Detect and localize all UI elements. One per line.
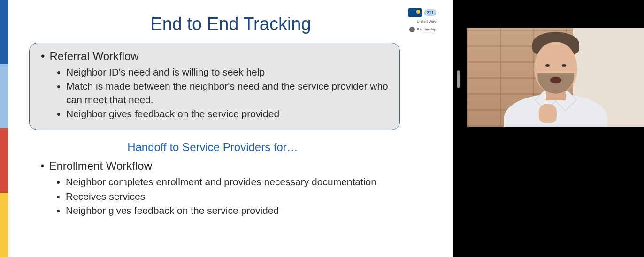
enrollment-bullets: Neighbor completes enrollment and provid… [66, 175, 400, 217]
slide-title: End to End Tracking [27, 14, 434, 34]
shared-slide: 211 United Way Partnership End to End Tr… [0, 0, 453, 257]
scroll-handle[interactable] [457, 70, 460, 88]
list-item: Neighbor completes enrollment and provid… [66, 175, 400, 189]
unitedway-logo-icon [408, 8, 422, 17]
badge-211: 211 [424, 9, 436, 16]
referral-workflow-box: Referral Workflow Neighbor ID's need and… [29, 43, 400, 130]
list-item: Neighbor gives feedback on the service p… [66, 107, 388, 121]
participant-panel [453, 0, 644, 257]
handoff-text: Handoff to Service Providers for… [27, 141, 398, 154]
enrollment-heading: Enrollment Workflow [40, 159, 400, 173]
presenter-figure [504, 47, 607, 127]
enrollment-workflow-section: Enrollment Workflow Neighbor completes e… [29, 159, 400, 217]
list-item: Neighbor ID's need and is willing to see… [66, 66, 388, 79]
referral-heading: Referral Workflow [41, 50, 388, 63]
list-item: Match is made between the neighbor's nee… [66, 80, 388, 106]
partnership-logo-icon [409, 27, 415, 32]
presenter-webcam[interactable] [467, 28, 644, 127]
referral-bullets: Neighbor ID's need and is willing to see… [66, 66, 388, 121]
list-item: Receives services [66, 190, 400, 203]
slide-accent-bar [0, 0, 8, 257]
list-item: Neighbor gives feedback on the service p… [66, 204, 400, 217]
logo-subtext-1: United Way [417, 20, 436, 24]
slide-content: 211 United Way Partnership End to End Tr… [8, 0, 453, 257]
video-call-viewport: 211 United Way Partnership End to End Tr… [0, 0, 644, 257]
slide-logos: 211 United Way Partnership [408, 8, 436, 32]
logo-subtext-2: Partnership [409, 27, 436, 32]
